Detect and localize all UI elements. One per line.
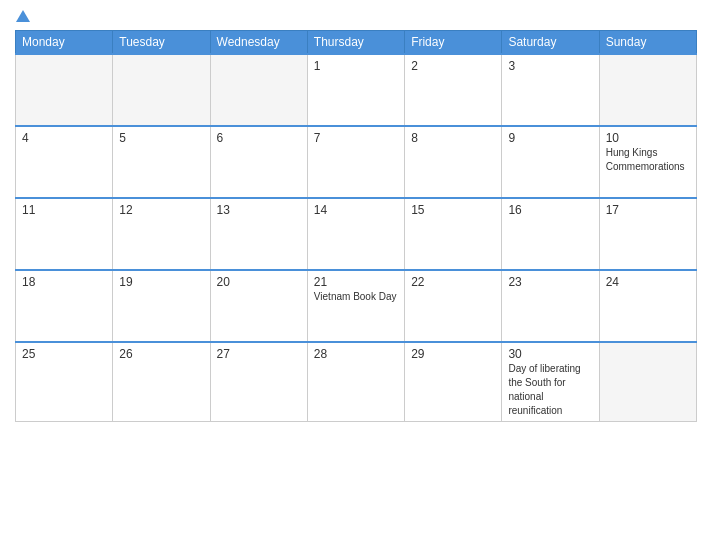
calendar-body: 12345678910Hung Kings Commemorations1112… [16, 54, 697, 422]
calendar-cell: 24 [599, 270, 696, 342]
day-number: 18 [22, 275, 106, 289]
header [15, 10, 697, 22]
day-number: 16 [508, 203, 592, 217]
calendar-cell: 14 [307, 198, 404, 270]
day-number: 6 [217, 131, 301, 145]
day-number: 11 [22, 203, 106, 217]
day-number: 10 [606, 131, 690, 145]
day-number: 1 [314, 59, 398, 73]
calendar-header: MondayTuesdayWednesdayThursdayFridaySatu… [16, 31, 697, 55]
day-number: 26 [119, 347, 203, 361]
weekday-saturday: Saturday [502, 31, 599, 55]
calendar-week-row: 18192021Vietnam Book Day222324 [16, 270, 697, 342]
day-number: 7 [314, 131, 398, 145]
calendar-cell: 10Hung Kings Commemorations [599, 126, 696, 198]
day-number: 28 [314, 347, 398, 361]
calendar-cell [599, 342, 696, 422]
day-number: 4 [22, 131, 106, 145]
calendar-week-row: 45678910Hung Kings Commemorations [16, 126, 697, 198]
day-number: 3 [508, 59, 592, 73]
weekday-tuesday: Tuesday [113, 31, 210, 55]
day-number: 27 [217, 347, 301, 361]
day-number: 19 [119, 275, 203, 289]
event-label: Day of liberating the South for national… [508, 363, 580, 416]
day-number: 9 [508, 131, 592, 145]
calendar-cell [210, 54, 307, 126]
day-number: 24 [606, 275, 690, 289]
calendar-week-row: 123 [16, 54, 697, 126]
calendar-cell: 8 [405, 126, 502, 198]
calendar-cell: 21Vietnam Book Day [307, 270, 404, 342]
calendar-week-row: 252627282930Day of liberating the South … [16, 342, 697, 422]
calendar-cell: 27 [210, 342, 307, 422]
day-number: 15 [411, 203, 495, 217]
calendar-cell: 4 [16, 126, 113, 198]
calendar-cell: 7 [307, 126, 404, 198]
calendar-cell [599, 54, 696, 126]
calendar-table: MondayTuesdayWednesdayThursdayFridaySatu… [15, 30, 697, 422]
event-label: Hung Kings Commemorations [606, 147, 685, 172]
weekday-sunday: Sunday [599, 31, 696, 55]
weekday-wednesday: Wednesday [210, 31, 307, 55]
calendar-cell: 25 [16, 342, 113, 422]
calendar-cell: 23 [502, 270, 599, 342]
day-number: 14 [314, 203, 398, 217]
calendar-cell [16, 54, 113, 126]
weekday-header-row: MondayTuesdayWednesdayThursdayFridaySatu… [16, 31, 697, 55]
calendar-cell: 11 [16, 198, 113, 270]
calendar-cell: 6 [210, 126, 307, 198]
day-number: 30 [508, 347, 592, 361]
day-number: 23 [508, 275, 592, 289]
calendar-cell: 13 [210, 198, 307, 270]
calendar-week-row: 11121314151617 [16, 198, 697, 270]
calendar-cell: 29 [405, 342, 502, 422]
day-number: 21 [314, 275, 398, 289]
weekday-monday: Monday [16, 31, 113, 55]
calendar-cell: 17 [599, 198, 696, 270]
calendar-cell: 22 [405, 270, 502, 342]
day-number: 29 [411, 347, 495, 361]
calendar-cell: 30Day of liberating the South for nation… [502, 342, 599, 422]
day-number: 22 [411, 275, 495, 289]
calendar-cell: 5 [113, 126, 210, 198]
calendar-cell [113, 54, 210, 126]
weekday-friday: Friday [405, 31, 502, 55]
calendar-cell: 20 [210, 270, 307, 342]
calendar-cell: 26 [113, 342, 210, 422]
calendar-cell: 2 [405, 54, 502, 126]
calendar-cell: 1 [307, 54, 404, 126]
calendar-cell: 3 [502, 54, 599, 126]
calendar-cell: 9 [502, 126, 599, 198]
day-number: 20 [217, 275, 301, 289]
day-number: 25 [22, 347, 106, 361]
day-number: 2 [411, 59, 495, 73]
logo [15, 10, 31, 22]
day-number: 13 [217, 203, 301, 217]
calendar-cell: 12 [113, 198, 210, 270]
day-number: 8 [411, 131, 495, 145]
calendar-cell: 28 [307, 342, 404, 422]
weekday-thursday: Thursday [307, 31, 404, 55]
day-number: 17 [606, 203, 690, 217]
calendar-cell: 16 [502, 198, 599, 270]
logo-triangle-icon [16, 10, 30, 22]
event-label: Vietnam Book Day [314, 291, 397, 302]
calendar-page: MondayTuesdayWednesdayThursdayFridaySatu… [0, 0, 712, 550]
day-number: 5 [119, 131, 203, 145]
day-number: 12 [119, 203, 203, 217]
calendar-cell: 19 [113, 270, 210, 342]
calendar-cell: 15 [405, 198, 502, 270]
calendar-cell: 18 [16, 270, 113, 342]
